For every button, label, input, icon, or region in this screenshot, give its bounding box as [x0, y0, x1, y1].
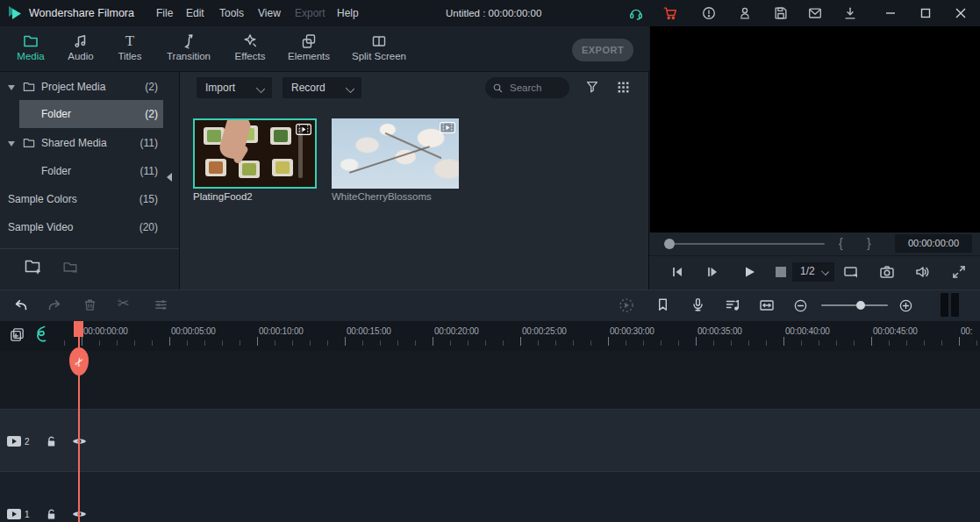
delete-folder-button[interactable] [61, 258, 79, 275]
filter-funnel-icon[interactable] [584, 79, 600, 95]
timeline-zoom-slider[interactable] [821, 304, 888, 306]
zoom-out-button[interactable] [793, 298, 811, 316]
redo-button[interactable] [46, 297, 63, 314]
timeline-ruler[interactable]: 00:00:00:00 00:00:05:00 00:00:10:00 00:0… [0, 321, 980, 351]
menu-file[interactable]: File [156, 7, 173, 19]
view-grid-icon[interactable] [616, 80, 631, 95]
tab-label: Titles [104, 51, 156, 61]
seek-handle[interactable] [664, 239, 675, 249]
menu-edit[interactable]: Edit [186, 7, 204, 19]
video-track-1-header: 1 [7, 508, 87, 520]
close-button[interactable] [954, 5, 969, 21]
play-button[interactable] [740, 263, 758, 281]
info-icon[interactable] [701, 5, 717, 21]
sidebar-item-sample-colors[interactable]: Sample Colors (15) [0, 185, 180, 213]
auto-ripple-magnet-icon[interactable] [32, 325, 51, 346]
import-dropdown[interactable]: Import [197, 77, 272, 98]
marker-button[interactable] [655, 297, 672, 314]
sidebar-item-folder[interactable]: Folder (11) [0, 157, 180, 185]
snapshot-camera-button[interactable] [878, 263, 896, 281]
audio-mixer-button[interactable] [724, 297, 741, 314]
export-button[interactable]: EXPORT [572, 39, 633, 61]
asset-tabbar: Media Audio T Titles Transition Effects … [0, 26, 649, 72]
ruler-major-ticks [82, 337, 980, 346]
tab-label: Media [4, 51, 57, 61]
collapse-sidebar-handle[interactable] [167, 173, 172, 182]
tab-split-screen[interactable]: Split Screen [344, 32, 414, 70]
tab-audio[interactable]: Audio [54, 32, 107, 70]
delete-button[interactable] [82, 297, 99, 314]
previous-frame-button[interactable] [669, 263, 686, 281]
tab-effects[interactable]: Effects [224, 32, 276, 70]
playhead-ruler-handle[interactable] [74, 321, 83, 337]
sidebar-item-project-media[interactable]: Project Media (2) [0, 73, 180, 101]
sidebar-item-label: Project Media [41, 73, 105, 101]
mark-in-button[interactable]: { [839, 236, 843, 250]
tab-transition[interactable]: Transition [156, 32, 221, 70]
chevron-down-icon [256, 84, 265, 93]
track-height-bar-icon[interactable] [941, 293, 948, 317]
mail-icon[interactable] [807, 5, 823, 21]
render-preview-button[interactable] [618, 297, 635, 314]
minimize-button[interactable] [883, 5, 899, 21]
cart-icon[interactable] [662, 5, 678, 21]
undo-button[interactable] [12, 297, 30, 314]
video-clip-badge-icon [296, 124, 311, 135]
maximize-button[interactable] [919, 5, 934, 21]
item-count: (2) [145, 73, 158, 101]
item-count: (11) [140, 157, 158, 185]
search-input[interactable] [508, 82, 564, 94]
folder-icon [22, 136, 36, 150]
import-label: Import [205, 77, 235, 98]
fullscreen-button[interactable] [950, 263, 968, 281]
ruler-timestamp: 00:00:25:00 [522, 326, 567, 336]
menu-view[interactable]: View [258, 7, 281, 19]
split-screen-icon [344, 32, 414, 51]
ruler-timestamp: 00:00:00:00 [83, 326, 128, 336]
tab-titles[interactable]: T Titles [104, 32, 156, 70]
sidebar-item-shared-media[interactable]: Shared Media (11) [0, 129, 180, 157]
search-box[interactable] [485, 77, 569, 98]
next-frame-button[interactable] [704, 263, 721, 281]
sidebar-item-label: Folder [41, 157, 71, 185]
media-item-platingfood2[interactable] [193, 118, 317, 189]
menu-tools[interactable]: Tools [219, 7, 244, 19]
caret-down-icon[interactable] [8, 85, 15, 90]
elements-icon [280, 32, 338, 51]
add-to-timeline-icon[interactable] [9, 326, 25, 343]
effects-star-icon [224, 32, 276, 51]
playback-quality-dropdown[interactable]: 1/2 [792, 262, 834, 282]
tab-elements[interactable]: Elements [280, 32, 338, 70]
record-dropdown[interactable]: Record [283, 77, 361, 98]
media-item-whitecherryblossoms[interactable] [332, 118, 459, 189]
item-count: (11) [140, 129, 158, 157]
support-headset-icon[interactable] [628, 5, 644, 21]
project-title: Untitled : 00:00:00:00 [446, 8, 541, 18]
record-voiceover-button[interactable] [690, 297, 707, 314]
video-track-2-lane[interactable]: 2 [0, 409, 980, 472]
zoom-slider-handle[interactable] [856, 301, 865, 310]
volume-button[interactable] [913, 263, 931, 281]
seek-bar[interactable] [667, 243, 825, 245]
save-icon[interactable] [773, 5, 789, 21]
download-icon[interactable] [842, 5, 858, 21]
caret-down-icon[interactable] [8, 141, 15, 147]
adjust-properties-button[interactable] [153, 297, 170, 314]
mark-out-button[interactable]: } [867, 236, 871, 250]
zoom-in-button[interactable] [898, 298, 916, 316]
track-height-bar-icon[interactable] [951, 293, 959, 317]
sidebar-item-label: Shared Media [41, 129, 107, 157]
lock-track-icon[interactable] [46, 508, 57, 520]
fit-timeline-button[interactable] [758, 297, 776, 314]
tab-media[interactable]: Media [4, 32, 57, 70]
add-folder-button[interactable] [23, 256, 42, 275]
display-device-button[interactable] [842, 263, 860, 281]
menu-help[interactable]: Help [337, 7, 359, 19]
stop-button[interactable] [776, 267, 786, 277]
sidebar-item-sample-video[interactable]: Sample Video (20) [0, 213, 180, 241]
video-track-1-lane[interactable]: 1 [0, 472, 980, 522]
split-scissors-button[interactable]: ✂ [118, 295, 135, 312]
lock-track-icon[interactable] [46, 435, 57, 447]
account-icon[interactable] [737, 5, 753, 21]
sidebar-item-folder-selected[interactable]: Folder (2) [19, 100, 163, 128]
